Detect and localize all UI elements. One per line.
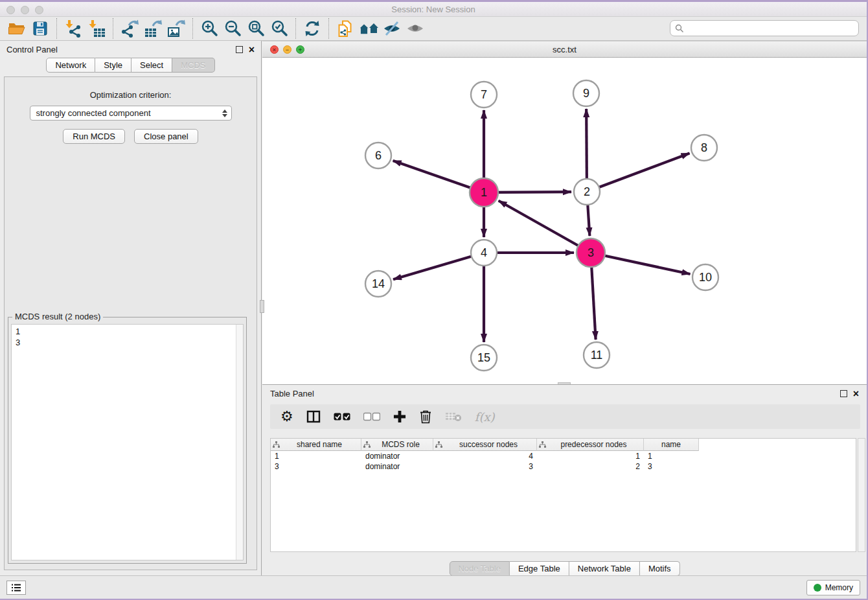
network-minimize-button[interactable]: −	[283, 45, 291, 54]
close-panel-button[interactable]: Close panel	[134, 129, 198, 144]
export-image-button[interactable]	[165, 18, 188, 39]
zoom-fit-button[interactable]	[244, 18, 268, 39]
open-file-button[interactable]	[5, 18, 29, 39]
network-window-title: scc.txt	[553, 45, 577, 54]
table-cell[interactable]: 2	[537, 461, 644, 472]
table-scrollbar[interactable]	[858, 438, 865, 552]
vertical-splitter-handle[interactable]	[260, 300, 264, 313]
search-input[interactable]	[687, 23, 858, 33]
svg-text:11: 11	[591, 349, 603, 362]
table-cell[interactable]: dominator	[361, 451, 433, 461]
graph-node-3[interactable]: 3	[577, 238, 605, 267]
graph-node-11[interactable]: 11	[584, 342, 610, 368]
new-network-from-selection-button[interactable]	[334, 18, 357, 39]
svg-text:2: 2	[584, 185, 590, 198]
zoom-in-button[interactable]	[198, 18, 221, 39]
export-table-button[interactable]	[141, 18, 165, 39]
graph-node-15[interactable]: 15	[471, 345, 497, 371]
import-table-button[interactable]	[85, 18, 108, 39]
float-panel-icon[interactable]	[236, 46, 243, 53]
search-field[interactable]	[670, 20, 859, 36]
column-header-predecessor-nodes[interactable]: predecessor nodes	[537, 439, 644, 451]
add-column-icon[interactable]	[393, 410, 406, 423]
table-cell[interactable]: 4	[433, 451, 537, 461]
task-history-button[interactable]	[6, 581, 26, 595]
network-window-titlebar[interactable]: × − + scc.txt	[262, 41, 867, 58]
column-header-label: MCDS role	[371, 440, 431, 449]
graph-edge-4-14[interactable]	[393, 253, 484, 279]
close-panel-icon[interactable]: ×	[249, 46, 255, 53]
column-header-successor-nodes[interactable]: successor nodes	[433, 439, 537, 451]
network-maximize-button[interactable]: +	[296, 45, 304, 54]
table-cell[interactable]: 3	[271, 461, 361, 472]
svg-text:15: 15	[477, 351, 490, 364]
table-tab-edge-table[interactable]: Edge Table	[510, 561, 569, 576]
table-cell[interactable]: 1	[644, 451, 699, 461]
table-toolbar: ⚙	[270, 404, 860, 429]
mcds-result-box[interactable]: 13	[11, 324, 244, 560]
network-close-button[interactable]: ×	[270, 45, 279, 54]
float-table-panel-icon[interactable]	[840, 390, 847, 397]
select-all-checkboxes-icon[interactable]	[334, 412, 350, 421]
table-row[interactable]: 1dominator411	[271, 451, 856, 461]
result-scrollbar[interactable]	[236, 325, 243, 560]
settings-gear-icon[interactable]: ⚙	[280, 410, 293, 424]
close-window-button[interactable]	[6, 6, 15, 14]
table-cell[interactable]: 3	[433, 461, 537, 472]
refresh-view-button[interactable]	[301, 18, 324, 39]
save-session-button[interactable]	[29, 18, 52, 39]
criterion-dropdown[interactable]: strongly connected component	[30, 106, 232, 121]
graph-node-9[interactable]: 9	[573, 80, 599, 106]
mcds-tab-content: Optimization criterion: strongly connect…	[4, 76, 257, 570]
split-view-icon[interactable]	[306, 410, 321, 424]
graph-node-1[interactable]: 1	[470, 178, 498, 207]
graph-node-10[interactable]: 10	[692, 264, 718, 290]
tab-network[interactable]: Network	[46, 58, 95, 73]
show-hidden-button[interactable]	[404, 18, 427, 39]
graph-edge-3-10[interactable]	[591, 253, 691, 274]
column-header-MCDS-role[interactable]: MCDS role	[361, 439, 433, 451]
network-canvas[interactable]: 1234678910111415	[262, 58, 867, 384]
deselect-all-checkboxes-icon[interactable]	[363, 412, 380, 421]
graph-node-4[interactable]: 4	[471, 240, 497, 266]
table-cell[interactable]: dominator	[361, 461, 433, 472]
export-network-button[interactable]	[118, 18, 141, 39]
table-cell[interactable]: 1	[537, 451, 644, 461]
column-header-label: shared name	[280, 440, 359, 449]
table-tab-motifs[interactable]: Motifs	[640, 561, 680, 576]
tab-mcds[interactable]: MCDS	[172, 58, 214, 73]
zoom-selected-button[interactable]	[268, 18, 291, 39]
hide-selected-button[interactable]	[380, 18, 404, 39]
graph-node-14[interactable]: 14	[365, 271, 391, 297]
graph-edge-3-1[interactable]	[499, 201, 591, 253]
graph-node-8[interactable]: 8	[691, 135, 717, 161]
minimize-window-button[interactable]	[21, 6, 29, 14]
graph-node-2[interactable]: 2	[574, 179, 600, 205]
column-type-icon	[273, 441, 280, 448]
tab-style[interactable]: Style	[95, 58, 131, 73]
column-header-name[interactable]: name	[644, 439, 699, 451]
zoom-window-button[interactable]	[35, 6, 43, 14]
table-cell[interactable]: 1	[271, 451, 361, 461]
table-tab-network-table[interactable]: Network Table	[569, 561, 640, 576]
zoom-out-button[interactable]	[221, 18, 244, 39]
table-tab-node-table[interactable]: Node Table	[449, 561, 510, 576]
table-cell[interactable]: 3	[644, 461, 699, 472]
run-mcds-button[interactable]: Run MCDS	[63, 129, 125, 144]
new-network-from-selection-icon	[336, 19, 354, 38]
graph-node-6[interactable]: 6	[365, 143, 391, 168]
delete-column-icon[interactable]	[419, 410, 432, 424]
first-neighbors-button[interactable]	[357, 18, 380, 39]
table-panel-header: Table Panel ×	[262, 385, 867, 402]
graph-edge-2-8[interactable]	[587, 153, 690, 192]
svg-text:3: 3	[588, 246, 594, 259]
status-bar: Memory	[0, 575, 867, 599]
close-table-panel-icon[interactable]: ×	[853, 390, 859, 397]
window-traffic-lights[interactable]	[6, 6, 43, 14]
graph-node-7[interactable]: 7	[471, 82, 497, 108]
table-row[interactable]: 3dominator323	[271, 461, 856, 472]
import-network-button[interactable]	[62, 18, 85, 39]
column-header-shared-name[interactable]: shared name	[271, 439, 361, 451]
tab-select[interactable]: Select	[131, 58, 172, 73]
memory-button[interactable]: Memory	[806, 580, 860, 595]
